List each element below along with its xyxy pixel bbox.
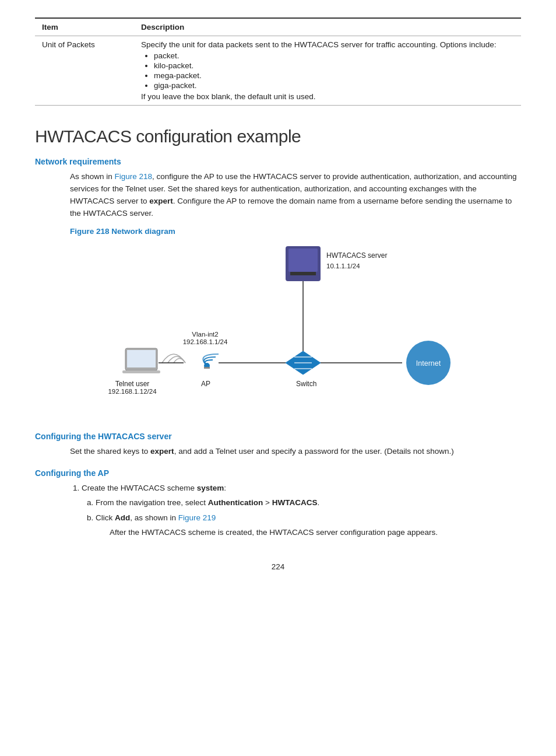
add-bold: Add <box>115 513 130 522</box>
body-post: , and add a Telnet user and specify a pa… <box>174 447 454 456</box>
hwtacacs-server-label: HWTACACS server <box>326 251 387 260</box>
step-1: Create the HWTACACS scheme system: From … <box>82 482 521 540</box>
hwtacacs-bold: HWTACACS <box>272 498 318 507</box>
switch-label: Switch <box>296 380 316 388</box>
expert-bold: expert <box>150 447 174 456</box>
table-cell-description: Specify the unit for data packets sent t… <box>134 36 521 106</box>
substep-b: Click Add, as shown in Figure 219 After … <box>96 512 521 539</box>
telnet-user-icon <box>122 348 160 373</box>
config-hwtacacs-server-heading: Configuring the HWTACACS server <box>35 432 521 441</box>
section-title: HWTACACS configuration example <box>35 127 521 146</box>
svg-rect-10 <box>122 370 160 373</box>
auth-bold: Authentication <box>208 498 263 507</box>
table-header-item: Item <box>35 18 134 36</box>
substep-a: From the navigation tree, select Authent… <box>96 497 521 509</box>
step-1-text: Create the HWTACACS scheme system: <box>82 484 226 492</box>
svg-rect-7 <box>204 367 210 369</box>
list-item: giga-packet. <box>154 81 514 90</box>
config-ap-heading: Configuring the AP <box>35 468 521 478</box>
desc-outro: If you leave the box blank, the default … <box>141 92 315 101</box>
telnet-user-label: Telnet user <box>115 380 150 388</box>
table-cell-item: Unit of Packets <box>35 36 134 106</box>
telnet-ip: 192.168.1.12/24 <box>108 388 157 395</box>
network-requirements-heading: Network requirements <box>35 157 521 166</box>
item-description-table: Item Description Unit of Packets Specify… <box>35 18 521 106</box>
vlan-label: Vlan-int2 <box>192 331 218 338</box>
list-item: mega-packet. <box>154 71 514 80</box>
config-hwtacacs-server-body: Set the shared keys to expert, and add a… <box>35 446 521 458</box>
network-diagram: HWTACACS server 10.1.1.1/24 Switch Inter… <box>35 240 521 421</box>
system-bold: system <box>197 484 224 492</box>
wireless-signal <box>162 354 185 363</box>
vlan-ip: 192.168.1.1/24 <box>183 338 228 345</box>
substep-a-text: From the navigation tree, select Authent… <box>96 498 319 507</box>
svg-rect-0 <box>288 249 318 272</box>
config-ap-steps: Create the HWTACACS scheme system: From … <box>35 482 521 540</box>
substeps-list: From the navigation tree, select Authent… <box>82 497 521 540</box>
figure-218-link[interactable]: Figure 218 <box>115 172 153 181</box>
list-item: packet. <box>154 51 514 60</box>
table-header-description: Description <box>134 18 521 36</box>
page-number: 224 <box>35 562 521 571</box>
table-row: Unit of Packets Specify the unit for dat… <box>35 36 521 106</box>
list-item: kilo-packet. <box>154 61 514 70</box>
switch-icon <box>286 351 321 374</box>
body-pre: Set the shared keys to <box>70 447 150 456</box>
substep-b-text: Click Add, as shown in Figure 219 <box>96 513 216 522</box>
ap-label: AP <box>201 380 210 388</box>
network-requirements-body: As shown in Figure 218, configure the AP… <box>35 171 521 220</box>
svg-rect-9 <box>127 350 156 368</box>
figure-218-label: Figure 218 Network diagram <box>35 227 521 236</box>
substep-b-sub: After the HWTACACS scheme is created, th… <box>96 527 521 539</box>
ap-icon <box>203 354 219 369</box>
svg-rect-1 <box>290 272 316 275</box>
desc-intro: Specify the unit for data packets sent t… <box>141 40 497 49</box>
figure-219-link[interactable]: Figure 219 <box>178 513 216 522</box>
internet-label: Internet <box>416 359 441 368</box>
body-text-pre: As shown in <box>70 172 115 181</box>
hwtacacs-ip: 10.1.1.1/24 <box>326 262 360 270</box>
bullet-list: packet. kilo-packet. mega-packet. giga-p… <box>141 51 514 90</box>
diagram-svg: HWTACACS server 10.1.1.1/24 Switch Inter… <box>70 240 478 421</box>
